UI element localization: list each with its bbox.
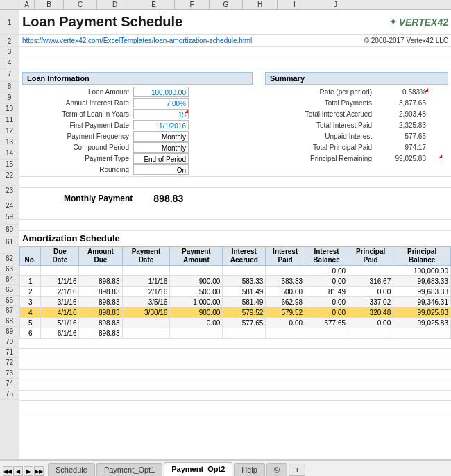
nav-first-sheet[interactable]: ◀◀: [3, 466, 12, 476]
empty-table-row-7: [19, 401, 451, 411]
first-payment-value[interactable]: 1/1/2016: [133, 120, 189, 130]
tab-payment-opt2[interactable]: Payment_Opt2: [164, 462, 232, 476]
annual-rate-value[interactable]: 7.00%: [133, 98, 189, 108]
cell-interest_balance[interactable]: 0.00: [305, 276, 348, 287]
tab-copyright[interactable]: ©: [266, 463, 287, 476]
cell-due_date[interactable]: 3/1/16: [41, 297, 79, 307]
cell-interest_balance[interactable]: 81.49: [305, 287, 348, 297]
cell-payment_date[interactable]: [122, 318, 170, 328]
empty-row-59: [19, 220, 451, 231]
term-value[interactable]: 15: [133, 109, 189, 119]
cell-amount_due[interactable]: 898.83: [79, 318, 122, 328]
cell-amount_due[interactable]: 898.83: [79, 276, 122, 287]
cell-no[interactable]: 2: [20, 287, 41, 297]
cell-payment_amount[interactable]: 900.00: [170, 307, 223, 318]
cell-no[interactable]: 5: [20, 318, 41, 328]
cell-payment_amount[interactable]: [170, 266, 223, 276]
cell-due_date[interactable]: 2/1/16: [41, 287, 79, 297]
cell-due_date[interactable]: 5/1/16: [41, 318, 79, 328]
loan-amount-value[interactable]: 100,000.00: [133, 87, 189, 97]
cell-interest_balance[interactable]: 0.00: [305, 266, 348, 276]
cell-interest_paid[interactable]: 500.00: [266, 287, 305, 297]
cell-amount_due[interactable]: 898.83: [79, 297, 122, 307]
cell-interest_paid[interactable]: [266, 328, 305, 339]
compound-value[interactable]: Monthly: [133, 142, 189, 153]
cell-principal_paid[interactable]: [348, 328, 393, 339]
cell-no[interactable]: 4: [20, 307, 41, 318]
cell-payment_date[interactable]: [122, 328, 170, 339]
cell-interest_accrued[interactable]: 577.65: [223, 318, 266, 328]
cell-payment_date[interactable]: 2/1/16: [122, 287, 170, 297]
cell-principal_balance[interactable]: 99,025.83: [393, 318, 451, 328]
logo-icon: ✦: [389, 17, 397, 27]
cell-principal_balance[interactable]: 99,025.83: [393, 307, 451, 318]
row-numbers: 1 2 3 4 7 8 9 10 11 12 13 14 15 22 23 24…: [0, 10, 19, 459]
cell-principal_balance[interactable]: 99,683.33: [393, 276, 451, 287]
cell-principal_paid[interactable]: 0.00: [348, 287, 393, 297]
cell-payment_amount[interactable]: 0.00: [170, 318, 223, 328]
cell-interest_accrued[interactable]: [223, 328, 266, 339]
cell-interest_balance[interactable]: [305, 328, 348, 339]
cell-interest_paid[interactable]: 579.52: [266, 307, 305, 318]
total-principal-paid-row: Total Principal Paid 974.17: [262, 142, 451, 153]
website-link[interactable]: https://www.vertex42.com/ExcelTemplates/…: [22, 37, 252, 44]
cell-no[interactable]: 6: [20, 328, 41, 339]
cell-due_date[interactable]: 1/1/16: [41, 276, 79, 287]
cell-principal_balance[interactable]: 99,683.33: [393, 287, 451, 297]
cell-interest_accrued[interactable]: 579.52: [223, 307, 266, 318]
payment-type-value[interactable]: End of Period: [133, 153, 189, 164]
table-row: 33/1/16898.833/5/161,000.00581.49662.980…: [20, 297, 451, 307]
cell-payment_date[interactable]: 1/1/16: [122, 276, 170, 287]
cell-payment_amount[interactable]: 500.00: [170, 287, 223, 297]
cell-interest_paid[interactable]: 662.98: [266, 297, 305, 307]
nav-next-sheet[interactable]: ▶: [24, 466, 33, 476]
cell-interest_balance[interactable]: 0.00: [305, 297, 348, 307]
total-payments-row: Total Payments 3,877.65: [262, 97, 451, 108]
cell-interest_paid[interactable]: 583.33: [266, 276, 305, 287]
cell-principal_paid[interactable]: 320.48: [348, 307, 393, 318]
tab-payment-opt1[interactable]: Payment_Opt1: [96, 463, 162, 476]
tab-schedule[interactable]: Schedule: [48, 463, 95, 476]
row-13: 13: [0, 137, 19, 148]
frequency-value[interactable]: Monthly: [133, 131, 189, 142]
tab-help[interactable]: Help: [234, 463, 265, 476]
cell-interest_paid[interactable]: 0.00: [266, 318, 305, 328]
nav-last-sheet[interactable]: ▶▶: [34, 466, 44, 476]
cell-due_date[interactable]: 4/1/16: [41, 307, 79, 318]
cell-interest_accrued[interactable]: 583.33: [223, 276, 266, 287]
add-sheet-button[interactable]: +: [289, 464, 305, 476]
cell-due_date[interactable]: [41, 266, 79, 276]
cell-principal_balance[interactable]: 100,000.00: [393, 266, 451, 276]
cell-amount_due[interactable]: 898.83: [79, 328, 122, 339]
cell-amount_due[interactable]: 898.83: [79, 307, 122, 318]
cell-payment_amount[interactable]: [170, 328, 223, 339]
cell-due_date[interactable]: 6/1/16: [41, 328, 79, 339]
cell-interest_accrued[interactable]: 581.49: [223, 297, 266, 307]
spreadsheet-title: Loan Payment Schedule: [22, 14, 182, 30]
nav-prev-sheet[interactable]: ◀: [13, 466, 23, 476]
cell-no[interactable]: 1: [20, 276, 41, 287]
cell-principal_balance[interactable]: 99,346.31: [393, 297, 451, 307]
cell-principal_paid[interactable]: 337.02: [348, 297, 393, 307]
rounding-value[interactable]: On: [133, 164, 189, 175]
cell-amount_due[interactable]: 898.83: [79, 287, 122, 297]
cell-interest_balance[interactable]: 577.65: [305, 318, 348, 328]
cell-interest_accrued[interactable]: [223, 266, 266, 276]
cell-payment_date[interactable]: 3/5/16: [122, 297, 170, 307]
row-24: 24: [0, 201, 19, 212]
cell-interest_accrued[interactable]: 581.49: [223, 287, 266, 297]
cell-principal_balance[interactable]: [393, 328, 451, 339]
cell-interest_balance[interactable]: 0.00: [305, 307, 348, 318]
cell-principal_paid[interactable]: 316.67: [348, 276, 393, 287]
cell-amount_due[interactable]: [79, 266, 122, 276]
cell-principal_paid[interactable]: [348, 266, 393, 276]
cell-no[interactable]: 3: [20, 297, 41, 307]
cell-interest_paid[interactable]: [266, 266, 305, 276]
table-row: 0.00100,000.00: [20, 266, 451, 276]
cell-no[interactable]: [20, 266, 41, 276]
cell-payment_amount[interactable]: 1,000.00: [170, 297, 223, 307]
cell-principal_paid[interactable]: 0.00: [348, 318, 393, 328]
cell-payment_date[interactable]: [122, 266, 170, 276]
cell-payment_amount[interactable]: 900.00: [170, 276, 223, 287]
cell-payment_date[interactable]: 3/30/16: [122, 307, 170, 318]
